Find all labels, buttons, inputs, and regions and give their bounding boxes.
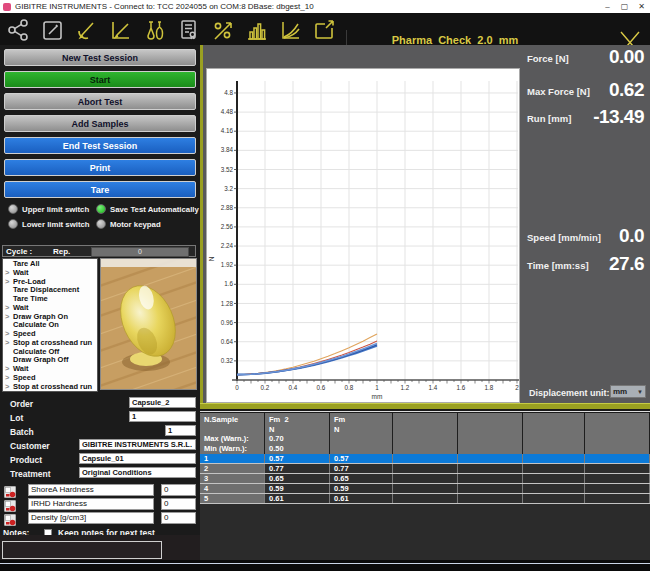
customer-label: Customer bbox=[10, 441, 50, 451]
svg-text:3.52: 3.52 bbox=[221, 166, 234, 173]
lot-label: Lot bbox=[10, 413, 23, 423]
lot-field[interactable]: 1 bbox=[129, 411, 196, 422]
displacement-unit-value: mm bbox=[613, 387, 627, 396]
value-cell bbox=[585, 464, 650, 473]
hardness-value-field[interactable]: 0 bbox=[161, 498, 196, 510]
product-label: Product bbox=[10, 455, 42, 465]
share-icon[interactable] bbox=[4, 16, 31, 43]
rep-label: Rep. bbox=[53, 247, 70, 256]
table-row[interactable]: 50.610.61 bbox=[200, 494, 650, 504]
order-field[interactable]: Capsule_2 bbox=[129, 397, 196, 408]
batch-label: Batch bbox=[10, 427, 34, 437]
bar-chart-icon[interactable] bbox=[242, 16, 269, 43]
notes-input[interactable] bbox=[2, 541, 162, 559]
svg-text:2.24: 2.24 bbox=[221, 242, 234, 249]
table-header-cell[interactable]: FmN bbox=[330, 413, 393, 454]
step-arrow-icon: > bbox=[5, 339, 9, 348]
step-arrow-icon: > bbox=[5, 383, 9, 392]
cycle-step[interactable]: >Stop at crosshead run bbox=[3, 383, 97, 392]
svg-text:2.88: 2.88 bbox=[221, 204, 234, 211]
svg-text:1: 1 bbox=[375, 384, 379, 391]
report-icon[interactable] bbox=[174, 16, 201, 43]
value-cell bbox=[458, 484, 523, 493]
switch-label: Upper limit switch bbox=[22, 205, 89, 214]
radio-indicator[interactable] bbox=[8, 204, 18, 214]
pen-curve-icon[interactable] bbox=[72, 16, 99, 43]
radio-indicator[interactable] bbox=[96, 219, 106, 229]
svg-text:4.16: 4.16 bbox=[221, 127, 234, 134]
value-cell bbox=[458, 464, 523, 473]
svg-text:0.32: 0.32 bbox=[221, 357, 234, 364]
svg-text:3.2: 3.2 bbox=[224, 185, 233, 192]
force-displacement-chart: 0.320.640.961.281.61.922.242.562.883.23.… bbox=[206, 68, 520, 403]
rep-value[interactable]: 0 bbox=[91, 247, 189, 257]
tare-button[interactable]: Tare bbox=[4, 181, 196, 198]
batch-field[interactable]: 1 bbox=[165, 425, 196, 436]
table-row[interactable]: 10.570.57 bbox=[200, 454, 650, 464]
svg-text:1.2: 1.2 bbox=[401, 384, 410, 391]
graph-pen-icon[interactable] bbox=[106, 16, 133, 43]
table-row[interactable]: 40.590.59 bbox=[200, 484, 650, 494]
start-button[interactable]: Start bbox=[4, 71, 196, 88]
row-number-cell: 1 bbox=[200, 454, 265, 463]
svg-text:1.8: 1.8 bbox=[485, 384, 494, 391]
panel-border-left bbox=[200, 45, 203, 408]
hardness-gauge-icon[interactable] bbox=[4, 512, 16, 524]
table-header-cell[interactable] bbox=[393, 413, 458, 454]
hardness-value-field[interactable]: 0 bbox=[161, 512, 196, 524]
table-corner-cell[interactable]: N.Sample Max (Warn.):Min (Warn.): bbox=[200, 413, 265, 454]
maximize-button[interactable]: ▢ bbox=[616, 2, 633, 11]
table-header-cell[interactable] bbox=[523, 413, 585, 454]
hardness-gauge-icon[interactable] bbox=[4, 484, 16, 496]
percent-arrow-icon[interactable] bbox=[208, 16, 235, 43]
value-cell: 0.61 bbox=[330, 494, 393, 503]
close-button[interactable]: ✕ bbox=[633, 2, 650, 11]
chevron-down-icon: ▼ bbox=[637, 389, 643, 395]
new-test-session-button[interactable]: New Test Session bbox=[4, 49, 196, 66]
hardness-name-field[interactable]: IRHD Hardness bbox=[28, 498, 154, 510]
minimize-button[interactable]: – bbox=[599, 2, 616, 11]
force-value: 0.00 bbox=[524, 46, 644, 68]
table-header-cell[interactable] bbox=[585, 413, 650, 454]
value-cell bbox=[523, 464, 585, 473]
svg-text:2: 2 bbox=[515, 384, 519, 391]
cycle-label: Cycle : bbox=[6, 247, 32, 256]
table-header-cell[interactable]: Fm 2N0.700.50 bbox=[265, 413, 330, 454]
export-icon[interactable] bbox=[310, 16, 337, 43]
end-test-session-button[interactable]: End Test Session bbox=[4, 137, 196, 154]
switch-lower-limit-switch[interactable]: Lower limit switch bbox=[8, 219, 90, 229]
edit-icon[interactable] bbox=[38, 16, 65, 43]
switch-motor-keypad[interactable]: Motor keypad bbox=[96, 219, 161, 229]
samples-icon[interactable] bbox=[140, 16, 167, 43]
treatment-field[interactable]: Original Conditions bbox=[79, 467, 196, 478]
table-row[interactable]: 30.650.65 bbox=[200, 474, 650, 484]
svg-text:4.48: 4.48 bbox=[221, 108, 234, 115]
hardness-gauge-icon[interactable] bbox=[4, 498, 16, 510]
results-table-body: 10.570.5720.770.7730.650.6540.590.5950.6… bbox=[200, 454, 650, 504]
hardness-name-field[interactable]: Density [g/cm3] bbox=[28, 512, 154, 524]
app-icon bbox=[3, 3, 11, 11]
print-button[interactable]: Print bbox=[4, 159, 196, 176]
product-field[interactable]: Capsule_01 bbox=[79, 453, 196, 464]
curves-graph-icon[interactable] bbox=[276, 16, 303, 43]
svg-text:4.8: 4.8 bbox=[224, 89, 233, 96]
svg-text:1.6: 1.6 bbox=[457, 384, 466, 391]
hardness-name-field[interactable]: ShoreA Hardness bbox=[28, 484, 154, 496]
table-empty-area bbox=[200, 504, 650, 560]
radio-indicator[interactable] bbox=[96, 204, 106, 214]
switch-save-test-automatically[interactable]: Save Test Automatically bbox=[96, 204, 199, 214]
hardness-value-field[interactable]: 0 bbox=[161, 484, 196, 496]
radio-indicator[interactable] bbox=[8, 219, 18, 229]
switch-upper-limit-switch[interactable]: Upper limit switch bbox=[8, 204, 89, 214]
switch-label: Save Test Automatically bbox=[110, 205, 199, 214]
row-number-cell: 3 bbox=[200, 474, 265, 483]
table-row[interactable]: 20.770.77 bbox=[200, 464, 650, 474]
add-samples-button[interactable]: Add Samples bbox=[4, 115, 196, 132]
displacement-unit-select[interactable]: mm ▼ bbox=[610, 385, 646, 398]
chart-series bbox=[237, 345, 377, 375]
value-cell: 0.61 bbox=[265, 494, 330, 503]
customer-field[interactable]: GIBITRE INSTRUMENTS S.R.L. bbox=[79, 439, 196, 450]
abort-test-button[interactable]: Abort Test bbox=[4, 93, 196, 110]
svg-text:1.92: 1.92 bbox=[221, 261, 234, 268]
table-header-cell[interactable] bbox=[458, 413, 523, 454]
